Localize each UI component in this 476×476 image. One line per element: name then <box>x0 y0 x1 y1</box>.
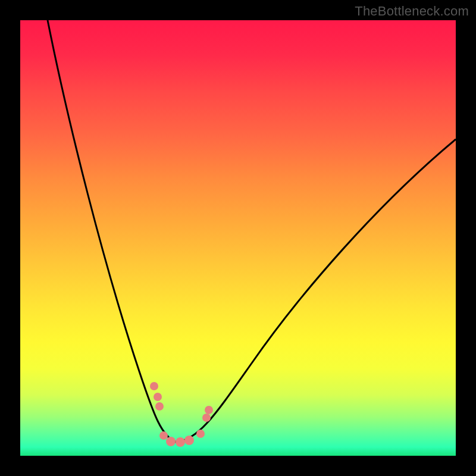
marker <box>154 393 162 401</box>
curve-layer <box>20 20 456 456</box>
marker <box>196 430 205 438</box>
marker <box>184 436 194 445</box>
watermark-text: TheBottleneck.com <box>355 4 469 19</box>
plot-area <box>20 20 456 456</box>
marker <box>150 382 158 390</box>
marker-group <box>150 382 213 447</box>
marker <box>202 414 211 422</box>
marker <box>176 437 185 447</box>
marker <box>205 406 213 414</box>
marker <box>159 431 168 440</box>
chart-frame: TheBottleneck.com <box>0 0 476 476</box>
bottleneck-curve-right <box>176 139 456 442</box>
marker <box>155 402 164 411</box>
marker <box>166 437 176 446</box>
bottleneck-curve-left <box>48 20 176 442</box>
